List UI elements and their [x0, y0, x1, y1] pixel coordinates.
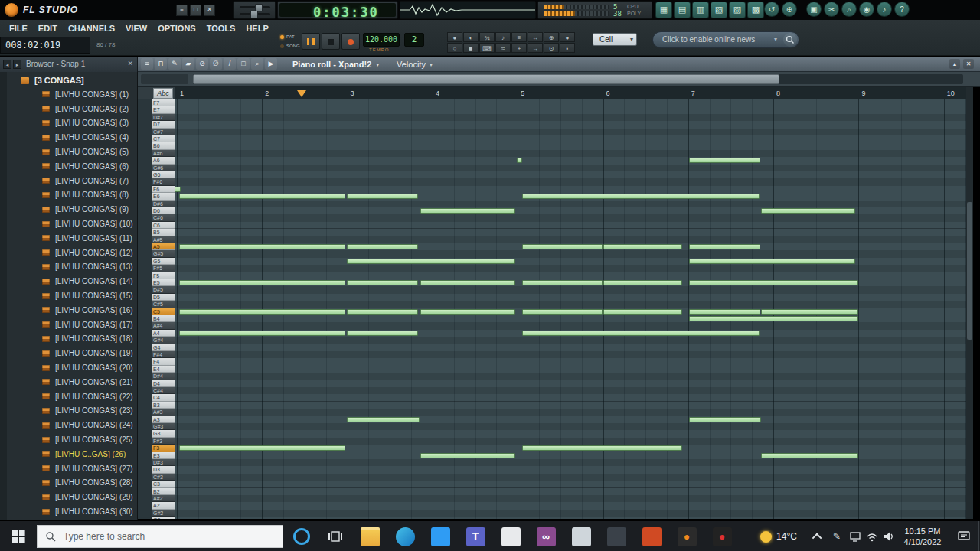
v-scroll-thumb[interactable]: [967, 202, 972, 340]
midi-note-C5[interactable]: [347, 309, 418, 315]
piano-key-G#3[interactable]: G#3: [152, 423, 175, 430]
piano-key-F5[interactable]: F5: [152, 272, 175, 279]
snap-selector[interactable]: Cell ▾: [593, 33, 637, 46]
pitch-thumb[interactable]: [250, 11, 258, 18]
piano-key-C#6[interactable]: C#6: [152, 214, 175, 221]
browser-item-16[interactable]: [LIVHU CONGAS] (16): [7, 303, 138, 318]
midi-note-A5[interactable]: [347, 244, 418, 249]
playlist-icon[interactable]: ▦: [655, 2, 672, 18]
piano-roll-title-group[interactable]: Piano roll - Xpand!2 ▾: [292, 60, 379, 69]
piano-roll-grid[interactable]: [175, 99, 966, 519]
piano-key-C6[interactable]: C6: [152, 222, 175, 229]
stop-button[interactable]: [322, 33, 340, 50]
browser-item-26[interactable]: [LIVHU C..GAS] (26): [7, 447, 138, 461]
browser-item-25[interactable]: [LIVHU CONGAS] (25): [7, 432, 138, 447]
paint-tool-icon[interactable]: ▰: [182, 58, 194, 70]
undo-icon[interactable]: ↺: [764, 2, 779, 17]
add-icon[interactable]: ⊕: [782, 2, 797, 17]
midi-note-F3[interactable]: [522, 445, 682, 451]
midi-note-A6[interactable]: [517, 158, 522, 163]
midi-note-E5[interactable]: [603, 280, 682, 285]
master-volume-slider[interactable]: [240, 6, 270, 8]
news-text[interactable]: Click to enable online news: [662, 35, 755, 44]
vscode-button[interactable]: [423, 521, 458, 551]
transport-toggle-8[interactable]: ●: [560, 32, 575, 42]
snap-magnet-icon[interactable]: ⊓: [155, 58, 167, 70]
transport-toggle-9[interactable]: ○: [447, 43, 462, 53]
browser-forward-button[interactable]: ▸: [13, 60, 21, 69]
browser-item-17[interactable]: [LIVHU CONGAS] (17): [7, 318, 138, 332]
piano-key-B6[interactable]: B6: [152, 142, 175, 149]
piano-key-E7[interactable]: E7: [152, 106, 175, 113]
edge-browser-button[interactable]: [387, 521, 423, 551]
browser-item-3[interactable]: [LIVHU CONGAS] (3): [7, 116, 138, 131]
piano-key-D#6[interactable]: D#6: [152, 201, 175, 207]
browser-item-7[interactable]: [LIVHU CONGAS] (7): [7, 174, 138, 188]
piano-key-D#7[interactable]: D#7: [152, 114, 175, 121]
piano-key-C4[interactable]: C4: [152, 394, 175, 401]
piano-key-F6[interactable]: F6: [152, 186, 175, 193]
browser-root-item[interactable]: [3 CONGAS]: [7, 73, 84, 87]
search-placeholder[interactable]: Type here to search: [64, 531, 145, 542]
transport-toggle-7[interactable]: ⊕: [544, 32, 559, 42]
piano-key-G#2[interactable]: G#2: [152, 510, 175, 517]
playback-tool-icon[interactable]: ▶: [265, 58, 277, 70]
abc-tab[interactable]: Abc: [153, 88, 173, 99]
taskbar-search[interactable]: Type here to search: [37, 525, 283, 548]
piano-key-A#6[interactable]: A#6: [152, 150, 175, 157]
piano-key-D#3[interactable]: D#3: [152, 459, 175, 466]
playhead-marker[interactable]: [297, 90, 306, 97]
task-view-button[interactable]: [318, 521, 352, 551]
browser-item-1[interactable]: [LIVHU CONGAS] (1): [7, 87, 138, 102]
piano-key-A3[interactable]: A3: [152, 416, 175, 423]
browser-item-28[interactable]: [LIVHU CONGAS] (28): [7, 476, 138, 491]
midi-note-A6[interactable]: [689, 158, 760, 163]
song-label[interactable]: SONG: [286, 44, 300, 48]
browser-item-12[interactable]: [LIVHU CONGAS] (12): [7, 246, 138, 260]
piano-key-D5[interactable]: D5: [152, 294, 175, 301]
timeline[interactable]: 12345678910: [175, 87, 966, 99]
menu-channels[interactable]: CHANNELS: [68, 24, 115, 33]
tray-expand-button[interactable]: [808, 521, 827, 551]
screen-tool-button[interactable]: [599, 521, 634, 551]
browser-item-5[interactable]: [LIVHU CONGAS] (5): [7, 145, 138, 159]
browser-item-22[interactable]: [LIVHU CONGAS] (22): [7, 390, 138, 404]
piano-key-A2[interactable]: A2: [152, 502, 175, 509]
midi-note-A5[interactable]: [689, 244, 760, 249]
piano-key-F#3[interactable]: F#3: [152, 438, 175, 445]
browser-item-4[interactable]: [LIVHU CONGAS] (4): [7, 130, 138, 145]
midi-note-A4[interactable]: [522, 331, 760, 336]
piano-key-F3[interactable]: F3: [152, 445, 175, 452]
piano-key-B4[interactable]: B4: [152, 315, 175, 322]
midi-note-A5[interactable]: [603, 244, 682, 249]
piano-key-G3[interactable]: G3: [152, 430, 175, 437]
transport-toggle-5[interactable]: ≡: [511, 32, 527, 42]
taskbar-clock[interactable]: 10:15 PM 4/10/2022: [896, 521, 949, 551]
midi-note-D6[interactable]: [420, 208, 514, 214]
transport-toggle-2[interactable]: ◐: [463, 32, 479, 42]
midi-note-A5[interactable]: [522, 244, 603, 249]
transport-toggle-10[interactable]: ■: [463, 43, 479, 53]
pattern-display[interactable]: 2: [404, 33, 424, 47]
piano-key-D4[interactable]: D4: [152, 380, 175, 387]
browser-icon[interactable]: ▨: [729, 2, 746, 18]
piano-key-F#4[interactable]: F#4: [152, 351, 175, 358]
browser-item-2[interactable]: [LIVHU CONGAS] (2): [7, 102, 138, 116]
news-banner[interactable]: Click to enable online news ▾: [652, 31, 799, 48]
notepad-button[interactable]: [493, 521, 528, 551]
piano-key-C3[interactable]: C3: [152, 481, 175, 487]
piano-key-C#4[interactable]: C#4: [152, 387, 175, 394]
h-scroll-thumb[interactable]: [193, 74, 779, 84]
midi-note-A5[interactable]: [179, 244, 345, 249]
panel-menu-button[interactable]: ≡: [176, 5, 188, 16]
pr-close-button[interactable]: ✕: [963, 59, 974, 69]
midi-note-A4[interactable]: [347, 331, 418, 336]
midi-note-C5[interactable]: [603, 309, 682, 315]
plugin-picker-icon[interactable]: ▩: [747, 2, 764, 18]
piano-key-G#4[interactable]: G#4: [152, 337, 175, 344]
volume-tray-button[interactable]: [880, 521, 897, 551]
action-center-button[interactable]: [951, 521, 977, 551]
piano-key-B2[interactable]: B2: [152, 488, 175, 495]
midi-note-B4[interactable]: [689, 316, 858, 321]
piano-key-D7[interactable]: D7: [152, 121, 175, 128]
